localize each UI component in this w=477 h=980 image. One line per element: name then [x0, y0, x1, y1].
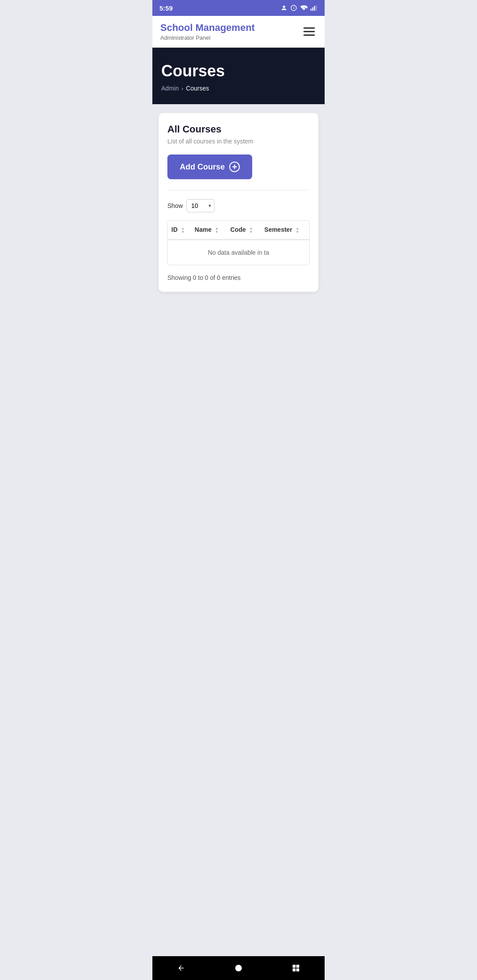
sort-icon-id: ▲ ▼ [181, 227, 185, 234]
divider [167, 190, 310, 190]
card-title: All Courses [167, 124, 310, 135]
svg-rect-1 [310, 9, 311, 11]
status-time: 5:59 [159, 4, 173, 12]
show-label: Show [167, 202, 183, 209]
col-code[interactable]: Code ▲ ▼ [227, 221, 261, 239]
notification-icon [280, 4, 288, 11]
menu-button[interactable] [302, 26, 317, 38]
sort-icon-code: ▲ ▼ [249, 227, 253, 234]
wifi-icon [300, 5, 308, 11]
entries-select[interactable]: 10 25 50 100 [186, 199, 215, 212]
table-header-row: ID ▲ ▼ Name ▲ ▼ [168, 221, 309, 239]
col-id[interactable]: ID ▲ ▼ [168, 221, 191, 239]
app-header: School Management Administrator Panel [152, 16, 325, 48]
no-data-message: No data available in ta [168, 240, 309, 265]
entries-info: Showing 0 to 0 of 0 entries [167, 274, 310, 281]
hamburger-line-3 [303, 34, 315, 36]
table-body: No data available in ta [168, 240, 309, 265]
breadcrumb-separator: › [182, 85, 183, 92]
app-subtitle: Administrator Panel [160, 34, 255, 41]
no-data-row: No data available in ta [168, 240, 309, 265]
page-header: Courses Admin › Courses [152, 48, 325, 104]
breadcrumb-courses: Courses [186, 85, 209, 92]
plus-circle-icon: + [229, 162, 240, 172]
show-select-wrapper: 10 25 50 100 ▾ [186, 199, 215, 212]
breadcrumb-admin[interactable]: Admin [161, 85, 179, 92]
courses-table: ID ▲ ▼ Name ▲ ▼ [168, 221, 309, 264]
add-course-button[interactable]: Add Course + [167, 155, 252, 179]
table-header: ID ▲ ▼ Name ▲ ▼ [168, 221, 309, 239]
svg-rect-3 [314, 6, 315, 11]
courses-table-container: ID ▲ ▼ Name ▲ ▼ [167, 220, 310, 265]
svg-rect-2 [312, 7, 313, 11]
show-entries: Show 10 25 50 100 ▾ [167, 199, 310, 212]
card-subtitle: List of all courses in the system [167, 138, 310, 145]
status-bar: 5:59 [152, 0, 325, 16]
add-course-label: Add Course [180, 162, 225, 172]
svg-rect-4 [316, 5, 317, 11]
col-name[interactable]: Name ▲ ▼ [191, 221, 227, 239]
hamburger-line-1 [303, 27, 315, 29]
svg-point-0 [283, 6, 285, 8]
breadcrumb: Admin › Courses [161, 85, 316, 92]
sort-icon-name: ▲ ▼ [215, 227, 219, 234]
main-content: All Courses List of all courses in the s… [152, 104, 325, 309]
courses-card: All Courses List of all courses in the s… [159, 113, 318, 291]
app-title: School Management [160, 22, 255, 34]
col-semester[interactable]: Semester ▲ ▼ [261, 221, 309, 239]
signal-icon [310, 5, 318, 11]
sort-icon-semester: ▲ ▼ [295, 227, 299, 234]
hamburger-line-2 [303, 31, 315, 32]
app-header-left: School Management Administrator Panel [160, 22, 255, 41]
page-title: Courses [161, 62, 316, 80]
status-icons [280, 4, 318, 11]
cat-icon [290, 4, 297, 11]
